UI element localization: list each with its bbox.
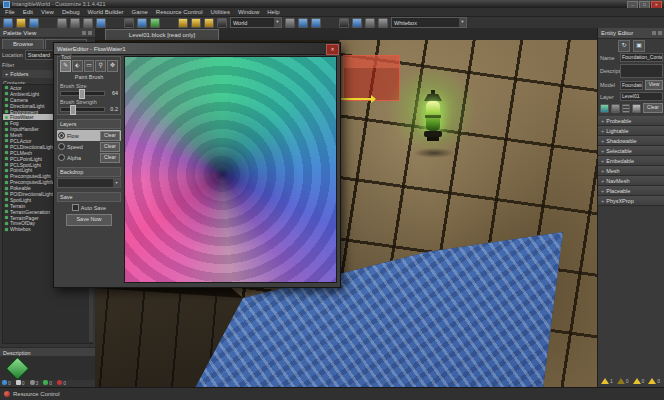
open-icon[interactable] — [16, 18, 26, 28]
menu-item[interactable]: Window — [238, 9, 259, 15]
expand-icon[interactable]: + — [601, 128, 604, 134]
tool-button[interactable]: ⬖ — [72, 60, 83, 72]
pin-icon[interactable] — [652, 31, 656, 35]
menu-item[interactable]: Utilities — [211, 9, 230, 15]
menu-item[interactable]: View — [41, 9, 54, 15]
material-icon[interactable] — [611, 104, 620, 113]
menu-item[interactable]: Help — [267, 9, 279, 15]
lighting-toggle-icon[interactable] — [311, 18, 321, 28]
expand-icon[interactable]: + — [601, 188, 604, 194]
expand-icon[interactable]: + — [5, 71, 8, 77]
layer-row[interactable]: Speed Clear — [57, 141, 121, 152]
clear-layer-button[interactable]: Clear — [100, 142, 120, 152]
layer-row[interactable]: Alpha Clear — [57, 152, 121, 163]
menu-item[interactable]: World Builder — [88, 9, 124, 15]
entity-status-item[interactable]: 0 — [648, 378, 660, 384]
menu-item[interactable]: Debug — [62, 9, 80, 15]
undo-icon[interactable] — [96, 18, 106, 28]
entity-status-item[interactable]: 0 — [633, 378, 645, 384]
tab-browse[interactable]: Browse — [2, 39, 44, 49]
move-tool-icon[interactable] — [137, 18, 147, 28]
grid-snap-icon[interactable] — [178, 18, 188, 28]
tool-button[interactable]: ⚲ — [95, 60, 106, 72]
cut-icon[interactable] — [57, 18, 67, 28]
resource-control-label[interactable]: Resource Control — [13, 391, 60, 397]
scale-snap-icon[interactable] — [204, 18, 214, 28]
expand-icon[interactable]: + — [601, 198, 604, 204]
auto-save-checkbox[interactable] — [72, 204, 79, 211]
tool-button[interactable]: ▭ — [84, 60, 95, 72]
player-start-icon[interactable] — [352, 18, 362, 28]
refresh-icon[interactable]: ↻ — [618, 40, 630, 52]
layer-radio[interactable] — [58, 143, 65, 150]
new-icon[interactable] — [3, 18, 13, 28]
expand-icon[interactable]: + — [601, 138, 604, 144]
save-icon[interactable] — [29, 18, 39, 28]
copy-icon[interactable] — [70, 18, 80, 28]
status-item[interactable]: 0 — [16, 380, 25, 386]
list-view-icon[interactable] — [622, 104, 631, 113]
pin-icon[interactable] — [82, 31, 86, 35]
layer-field[interactable]: Level01 — [620, 92, 663, 101]
clear-layer-button[interactable]: Clear — [100, 131, 120, 141]
brush-size-slider[interactable] — [60, 91, 105, 96]
flow-map-preview[interactable] — [124, 56, 337, 283]
camera-mode-icon[interactable] — [298, 18, 308, 28]
component-section-row[interactable]: + Placeable — [598, 186, 664, 196]
expand-icon[interactable]: + — [601, 158, 604, 164]
layer-radio[interactable] — [58, 132, 65, 139]
component-section-row[interactable]: + Embedable — [598, 156, 664, 166]
description-field[interactable] — [620, 64, 663, 78]
status-item[interactable]: 0 — [43, 380, 52, 386]
expand-icon[interactable]: + — [601, 118, 604, 124]
axis-toggle-icon[interactable] — [285, 18, 295, 28]
rotate-tool-icon[interactable] — [150, 18, 160, 28]
component-section-row[interactable]: + Selectable — [598, 146, 664, 156]
component-section-row[interactable]: + Lightable — [598, 126, 664, 136]
save-now-button[interactable]: Save Now — [66, 214, 112, 226]
menu-item[interactable]: Game — [132, 9, 148, 15]
expand-icon[interactable]: + — [601, 168, 604, 174]
model-box-icon[interactable]: ▣ — [633, 40, 645, 52]
entity-status-item[interactable]: 0 — [617, 378, 629, 384]
clear-button[interactable]: Clear — [643, 103, 663, 113]
expand-icon[interactable]: + — [601, 148, 604, 154]
render-mode-dropdown[interactable]: Whitebox ▾ — [391, 17, 467, 28]
close-panel-icon[interactable] — [88, 31, 92, 35]
component-section-row[interactable]: + Probeable — [598, 116, 664, 126]
dialog-title-bar[interactable]: WaterEditor - FlowWater1 ✕ — [54, 43, 340, 55]
layer-radio[interactable] — [58, 154, 65, 161]
status-item[interactable]: 3 — [30, 380, 39, 386]
status-item[interactable]: 0 — [57, 380, 66, 386]
component-section-row[interactable]: + Shadowable — [598, 136, 664, 146]
tool-button[interactable]: ✎ — [60, 60, 71, 72]
view-button[interactable]: View — [645, 80, 663, 90]
menu-item[interactable]: Edit — [23, 9, 33, 15]
model-field[interactable]: Foundation_ — [620, 81, 643, 90]
entity-status-item[interactable]: 1 — [601, 378, 613, 384]
select-tool-icon[interactable] — [124, 18, 134, 28]
close-panel-icon[interactable] — [658, 31, 662, 35]
slider-handle[interactable] — [79, 89, 85, 99]
dialog-close-icon[interactable]: ✕ — [326, 44, 339, 55]
name-field[interactable]: Foundation_Conte — [620, 53, 663, 62]
physics-icon[interactable] — [339, 18, 349, 28]
status-item[interactable]: 0 — [2, 380, 11, 386]
pivot-icon[interactable] — [217, 18, 227, 28]
layer-row[interactable]: Flow Clear — [57, 130, 121, 141]
tool-button[interactable]: ✥ — [107, 60, 118, 72]
texture-icon[interactable] — [600, 104, 609, 113]
brush-strength-slider[interactable] — [60, 107, 105, 112]
component-section-row[interactable]: + PhysXProp — [598, 196, 664, 206]
component-section-row[interactable]: + NavMesh — [598, 176, 664, 186]
menu-item[interactable]: Resource Control — [156, 9, 203, 15]
clear-layer-button[interactable]: Clear — [100, 153, 120, 163]
slider-handle[interactable] — [70, 105, 76, 115]
backdrop-dropdown[interactable]: ▾ — [57, 178, 121, 188]
paste-icon[interactable] — [83, 18, 93, 28]
grid-view-icon[interactable] — [632, 104, 641, 113]
component-section-row[interactable]: + Mesh — [598, 166, 664, 176]
menu-item[interactable]: File — [5, 9, 15, 15]
expand-icon[interactable]: + — [601, 178, 604, 184]
angle-snap-icon[interactable] — [191, 18, 201, 28]
